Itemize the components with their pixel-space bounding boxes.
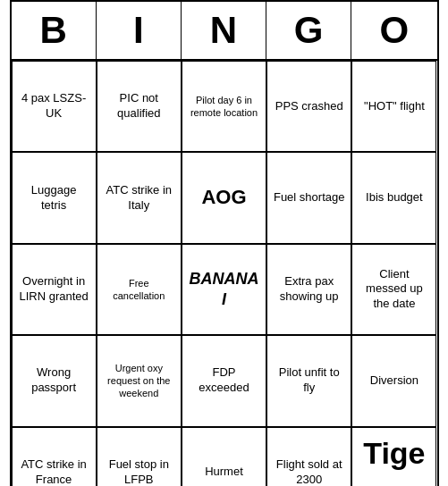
bingo-cell-17: FDP exceeded	[182, 335, 266, 426]
bingo-cell-8: Fuel shortage	[266, 152, 351, 243]
bingo-cell-9: Ibis budget	[351, 152, 436, 243]
bingo-cell-1: PIC not qualified	[97, 61, 182, 152]
bingo-cell-19: Diversion	[351, 335, 436, 426]
bingo-cell-16: Urgent oxy request on the weekend	[97, 335, 182, 426]
bingo-cell-24: Tiger	[351, 427, 436, 487]
bingo-cell-23: Flight sold at 2300	[266, 427, 351, 487]
bingo-cell-12: BANANAI	[182, 244, 266, 335]
bingo-letter-i: I	[97, 2, 182, 59]
bingo-cell-20: ATC strike in France	[12, 427, 97, 487]
bingo-cell-4: "HOT" flight	[351, 61, 436, 152]
bingo-letter-g: G	[266, 2, 351, 59]
bingo-cell-22: Hurmet	[182, 427, 266, 487]
bingo-letter-b: B	[12, 2, 97, 59]
bingo-cell-5: Luggage tetris	[12, 152, 97, 243]
bingo-cell-3: PPS crashed	[266, 61, 351, 152]
bingo-cell-10: Overnight in LIRN granted	[12, 244, 97, 335]
bingo-card: BINGO 4 pax LSZS-UKPIC not qualifiedPilo…	[10, 0, 439, 486]
bingo-cell-6: ATC strike in Italy	[97, 152, 182, 243]
bingo-cell-11: Free cancellation	[97, 244, 182, 335]
bingo-cell-15: Wrong passport	[12, 335, 97, 426]
bingo-letter-n: N	[182, 2, 266, 59]
bingo-cell-18: Pilot unfit to fly	[266, 335, 351, 426]
bingo-header: BINGO	[12, 2, 437, 61]
bingo-letter-o: O	[351, 2, 436, 59]
bingo-cell-13: Extra pax showing up	[266, 244, 351, 335]
bingo-cell-7: AOG	[182, 152, 266, 243]
bingo-cell-2: Pilot day 6 in remote location	[182, 61, 266, 152]
bingo-cell-0: 4 pax LSZS-UK	[12, 61, 97, 152]
bingo-grid: 4 pax LSZS-UKPIC not qualifiedPilot day …	[12, 61, 437, 486]
bingo-cell-21: Fuel stop in LFPB	[97, 427, 182, 487]
bingo-cell-14: Client messed up the date	[351, 244, 436, 335]
